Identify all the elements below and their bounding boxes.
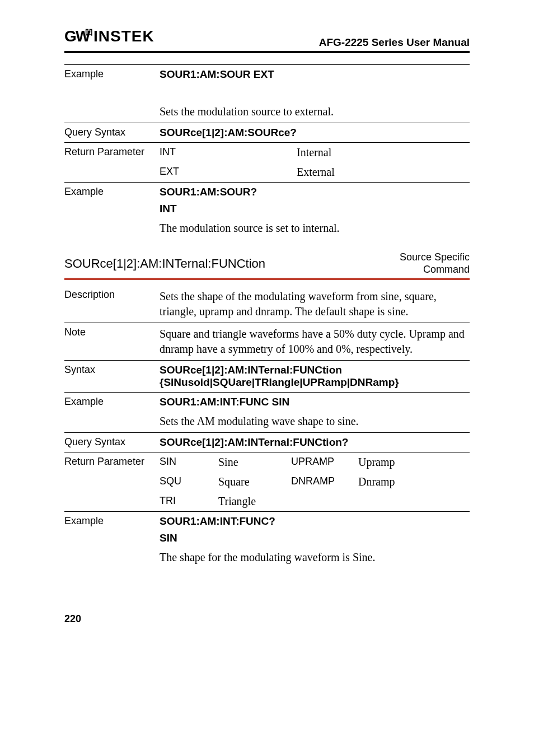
- page-header: G W 凹 INSTEK AFG-2225 Series User Manual: [64, 28, 470, 49]
- row-label: Example: [64, 68, 160, 80]
- return-param-row: SQU Square DNRAMP Dnramp: [64, 472, 470, 492]
- example-row: Example SOUR1:AM:SOUR? INT The modulatio…: [64, 183, 470, 239]
- example-command: SOUR1:AM:SOUR?: [160, 186, 470, 198]
- row-label: Syntax: [64, 364, 160, 376]
- manual-title: AFG-2225 Series User Manual: [319, 36, 470, 49]
- param-desc: Internal: [297, 146, 470, 159]
- param-code: [291, 495, 358, 508]
- param-desc: External: [297, 166, 470, 179]
- example-command: SOUR1:AM:SOUR EXT: [160, 68, 470, 81]
- example-response: INT: [160, 203, 470, 215]
- return-param-row: EXT External: [64, 162, 470, 182]
- note-row: Note Square and triangle waveforms have …: [64, 323, 470, 360]
- brand-logo: G W 凹 INSTEK: [64, 28, 160, 49]
- query-syntax-row: Query Syntax SOURce[1|2]:AM:INTernal:FUN…: [64, 433, 470, 452]
- example-command: SOUR1:AM:INT:FUNC SIN: [160, 396, 470, 408]
- section-tag: Source Specific Command: [400, 251, 470, 276]
- param-desc: Sine: [218, 456, 291, 469]
- row-label: Query Syntax: [64, 436, 160, 448]
- param-desc: Square: [218, 475, 291, 488]
- example-command: SOUR1:AM:INT:FUNC?: [160, 515, 470, 528]
- param-desc: Triangle: [218, 495, 291, 508]
- param-code: EXT: [160, 166, 297, 179]
- row-label: Query Syntax: [64, 127, 160, 138]
- row-label: Return Parameter: [64, 456, 160, 469]
- param-code: INT: [160, 146, 297, 159]
- param-desc: Dnramp: [358, 475, 470, 488]
- description-row: Description Sets the shape of the modula…: [64, 286, 470, 323]
- param-code: UPRAMP: [291, 456, 358, 469]
- svg-text:G: G: [64, 28, 77, 45]
- return-param-row: Return Parameter SIN Sine UPRAMP Upramp: [64, 452, 470, 472]
- tag-line: Command: [423, 264, 470, 275]
- row-label: Example: [64, 515, 160, 527]
- example-row: Example SOUR1:AM:INT:FUNC SIN Sets the A…: [64, 393, 470, 432]
- example-row: Example SOUR1:AM:INT:FUNC? SIN The shape…: [64, 512, 470, 568]
- description-text: Sets the shape of the modulating wavefor…: [160, 289, 470, 319]
- syntax-line: {SINusoid|SQUare|TRIangle|UPRamp|DNRamp}: [160, 376, 470, 389]
- svg-text:INSTEK: INSTEK: [93, 28, 154, 45]
- example-desc-row: Sets the modulation source to external.: [64, 101, 470, 123]
- header-rule: [64, 51, 470, 53]
- query-syntax: SOURce[1|2]:AM:INTernal:FUNCtion?: [160, 436, 470, 449]
- row-label: Note: [64, 326, 160, 338]
- param-desc: Upramp: [358, 456, 470, 469]
- syntax-line: SOURce[1|2]:AM:INTernal:FUNCtion: [160, 364, 470, 376]
- syntax-row: Syntax SOURce[1|2]:AM:INTernal:FUNCtion …: [64, 361, 470, 392]
- param-code: SQU: [160, 475, 218, 488]
- example-description: Sets the modulation source to external.: [160, 104, 470, 119]
- page-number: 220: [64, 613, 470, 625]
- param-code: SIN: [160, 456, 218, 469]
- example-response: SIN: [160, 532, 470, 544]
- return-param-row: TRI Triangle: [64, 492, 470, 511]
- param-desc: [358, 495, 470, 508]
- svg-text:凹: 凹: [85, 28, 93, 37]
- param-code: DNRAMP: [291, 475, 358, 488]
- section-rule: [64, 278, 470, 280]
- tag-line: Source Specific: [400, 251, 470, 263]
- section-heading-row: SOURce[1|2]:AM:INTernal:FUNCtion Source …: [64, 251, 470, 276]
- row-label: Example: [64, 186, 160, 198]
- example-description: The shape for the modulating waveform is…: [160, 550, 470, 565]
- section-heading: SOURce[1|2]:AM:INTernal:FUNCtion: [64, 256, 265, 271]
- row-label: Description: [64, 289, 160, 301]
- example-description: Sets the AM modulating wave shape to sin…: [160, 414, 470, 429]
- example-description: The modulation source is set to internal…: [160, 221, 470, 236]
- query-syntax-row: Query Syntax SOURce[1|2]:AM:SOURce?: [64, 123, 470, 142]
- note-text: Square and triangle waveforms have a 50%…: [160, 326, 470, 357]
- query-syntax: SOURce[1|2]:AM:SOURce?: [160, 127, 470, 139]
- param-code: TRI: [160, 495, 218, 508]
- row-label: Example: [64, 396, 160, 408]
- row-label: Return Parameter: [64, 146, 160, 159]
- example-row: Example SOUR1:AM:SOUR EXT: [64, 65, 470, 84]
- return-param-row: Return Parameter INT Internal: [64, 143, 470, 162]
